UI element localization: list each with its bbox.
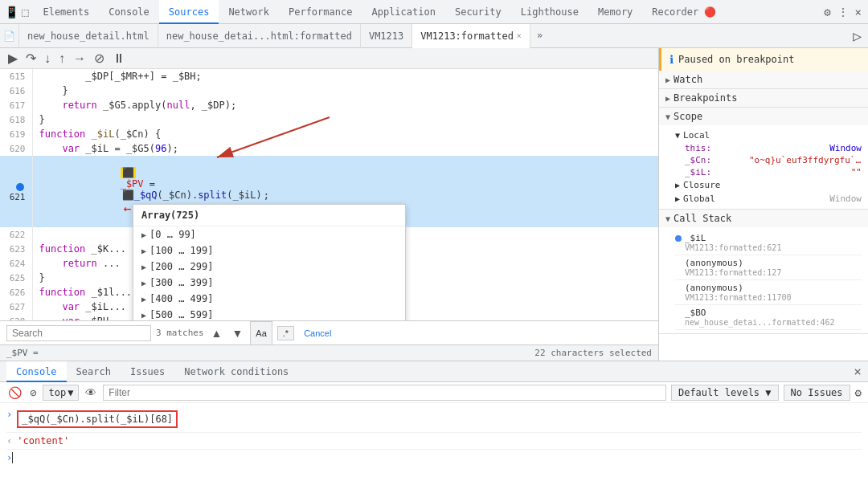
closure-arrow-icon: ▶: [675, 181, 680, 190]
search-next-button[interactable]: ▼: [229, 327, 245, 340]
call-stack-header[interactable]: ▼ Call Stack: [659, 210, 868, 227]
step-into-button[interactable]: ↓: [41, 50, 54, 67]
breakpoints-header[interactable]: ▶ Breakpoints: [659, 89, 868, 107]
tab-scroll-right[interactable]: ▷: [853, 27, 862, 44]
popup-item[interactable]: ▶ [400 … 499]: [133, 291, 405, 307]
watch-arrow-icon: ▶: [665, 75, 670, 84]
more-icon[interactable]: ⋮: [837, 6, 849, 18]
file-tab-bar: 📄 new_house_detail.html new_house_detai.…: [0, 24, 868, 48]
case-sensitive-button[interactable]: Aa: [250, 321, 272, 345]
expand-icon: ▶: [141, 230, 146, 239]
close-devtools-icon[interactable]: ×: [855, 6, 862, 18]
file-tabs-overflow[interactable]: »: [530, 24, 549, 48]
active-dot: [675, 235, 682, 242]
file-panel-controls: 📄: [0, 24, 19, 48]
status-bar: _$PV = 22 characters selected: [0, 344, 658, 361]
device-toggle-icon[interactable]: 📱: [5, 6, 18, 18]
call-stack-item-1[interactable]: (anonymous) VM1213:formatted:127: [675, 255, 862, 280]
popup-item[interactable]: ▶ [200 … 299]: [133, 259, 405, 275]
tab-recorder[interactable]: Recorder 🔴: [642, 0, 726, 24]
tab-console[interactable]: Console: [99, 0, 159, 24]
bottom-panel-close[interactable]: ×: [854, 364, 862, 379]
popup-header: Array(725): [133, 205, 405, 226]
tab-security[interactable]: Security: [445, 0, 511, 24]
file-tab-4[interactable]: VM1213:formatted ×: [412, 24, 530, 48]
filter-input[interactable]: [103, 385, 666, 401]
local-scope-header[interactable]: ▼ Local: [675, 128, 862, 142]
file-tab-2[interactable]: new_house_detai...html:formatted: [158, 24, 361, 48]
closure-header[interactable]: ▶ Closure: [675, 178, 862, 192]
bottom-tab-console[interactable]: Console: [6, 361, 67, 382]
tab-elements[interactable]: Elements: [33, 0, 99, 24]
popup-content[interactable]: ▶ [0 … 99] ▶ [100 … 199] ▶ [200 … 299] ▶…: [133, 226, 405, 320]
code-row: 616 }: [0, 84, 658, 98]
global-header[interactable]: ▶ Global Window: [675, 192, 862, 206]
watch-header[interactable]: ▶ Watch: [659, 71, 868, 88]
context-selector[interactable]: top ▼: [43, 385, 79, 401]
step-out-button[interactable]: ↑: [55, 50, 68, 67]
devtools-icons: 📱 ⬚: [0, 6, 33, 18]
file-tab-1[interactable]: new_house_detail.html: [19, 24, 158, 48]
bottom-tab-search[interactable]: Search: [67, 361, 121, 382]
file-tab-1-label: new_house_detail.html: [27, 24, 149, 48]
top-tab-bar: 📱 ⬚ Elements Console Sources Network Per…: [0, 0, 868, 24]
popup-item[interactable]: ▶ [500 … 599]: [133, 307, 405, 320]
console-result-line: ‹ 'content': [6, 433, 862, 450]
scope-header[interactable]: ▼ Scope: [659, 108, 868, 125]
cancel-search-button[interactable]: Cancel: [299, 327, 336, 340]
func-label: _$iL: [685, 233, 706, 243]
clear-console-icon[interactable]: 🚫: [6, 385, 23, 401]
call-stack-item-2[interactable]: (anonymous) VM1213:formatted:11700: [675, 280, 862, 305]
default-levels-button[interactable]: Default levels ▼: [671, 385, 779, 401]
bottom-tabs: Console Search Issues Network conditions…: [0, 361, 868, 382]
no-issues-button[interactable]: No Issues: [784, 385, 850, 401]
deactivate-button[interactable]: ⊘: [91, 49, 108, 67]
result-prompt: ‹: [6, 435, 12, 446]
search-prev-button[interactable]: ▲: [209, 327, 225, 340]
call-stack-item-3[interactable]: _$BO new_house_detai...formatted:462: [675, 305, 862, 330]
scope-item-il: _$iL: "": [685, 166, 862, 178]
bottom-tab-issues[interactable]: Issues: [121, 361, 174, 382]
call-stack-item-0[interactable]: _$iL VM1213:formatted:621: [675, 230, 862, 255]
popup-item[interactable]: ▶ [100 … 199]: [133, 243, 405, 259]
tab-sources[interactable]: Sources: [159, 0, 219, 24]
regex-button[interactable]: .*: [277, 326, 294, 340]
tab-performance[interactable]: Performance: [279, 0, 362, 24]
breakpoint-notice: ℹ Paused on breakpoint: [659, 48, 868, 71]
popup-item[interactable]: ▶ [300 … 399]: [133, 275, 405, 291]
location-label: VM1213:formatted:621: [685, 243, 862, 252]
pause-exceptions-button[interactable]: ⏸: [109, 50, 129, 67]
tab-network[interactable]: Network: [219, 0, 279, 24]
debugger-controls-bar: ▶ ↷ ↓ ↑ → ⊘ ⏸: [0, 48, 658, 69]
code-area[interactable]: 615 _$DP[_$MR++] = _$BH; 616 } 617 retur…: [0, 69, 658, 320]
tab-lighthouse[interactable]: Lighthouse: [511, 0, 588, 24]
func-label: (anonymous): [685, 283, 743, 293]
breakpoint-marker: [16, 183, 24, 191]
watch-section: ▶ Watch: [659, 71, 868, 89]
tab-application[interactable]: Application: [362, 0, 444, 24]
search-input[interactable]: [6, 325, 151, 341]
top-label: top: [48, 387, 66, 398]
eye-icon[interactable]: 👁: [84, 385, 98, 401]
closure-label: Closure: [683, 180, 720, 190]
scope-item-this: this: Window: [685, 142, 862, 154]
popup-item[interactable]: ▶ [0 … 99]: [133, 226, 405, 243]
stop-icon[interactable]: ⊘: [28, 385, 38, 401]
settings-icon[interactable]: ⚙: [824, 6, 830, 18]
code-row: 618 }: [0, 112, 658, 127]
console-output[interactable]: › _$qQ(_$Cn).split(_$iL)[68] ‹ 'content'…: [0, 403, 868, 481]
console-settings-icon[interactable]: ⚙: [855, 386, 862, 399]
array-popup: Array(725) ▶ [0 … 99] ▶ [100 … 199] ▶ [2…: [133, 204, 406, 320]
scope-label: Scope: [674, 111, 702, 122]
file-tab-4-close[interactable]: ×: [517, 24, 522, 48]
expand-icon: ▶: [141, 295, 146, 304]
console-cursor-line[interactable]: ›: [6, 450, 862, 466]
breakpoints-arrow-icon: ▶: [665, 94, 670, 103]
step-over-button[interactable]: ↷: [23, 49, 39, 67]
file-tab-3[interactable]: VM1213: [361, 24, 412, 48]
step-button[interactable]: →: [70, 50, 89, 67]
resume-button[interactable]: ▶: [5, 49, 21, 67]
bottom-tab-network[interactable]: Network conditions: [174, 361, 298, 382]
inspect-icon[interactable]: ⬚: [22, 6, 28, 18]
tab-memory[interactable]: Memory: [588, 0, 642, 24]
